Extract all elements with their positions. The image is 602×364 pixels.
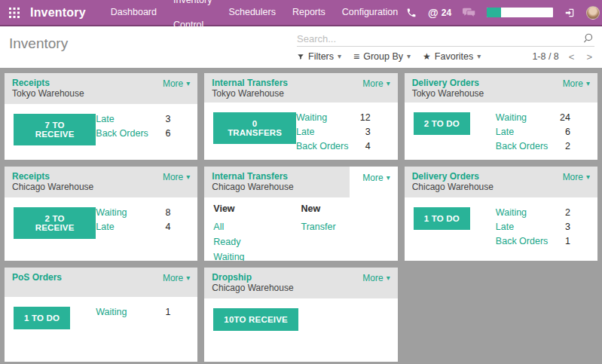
- card-subtitle: Tokyo Warehouse: [412, 88, 549, 99]
- star-icon: ★: [423, 51, 431, 62]
- card-title-link[interactable]: Receipts: [12, 171, 149, 182]
- card-stats: Waiting 2 Late 3 Back Orders 1: [496, 206, 588, 249]
- card-internal-transfers-chicago-expanded: Internal Transfers Chicago Warehouse Mor…: [204, 167, 397, 261]
- primary-action-button[interactable]: 2 TO DO: [414, 112, 470, 135]
- pager-next-icon[interactable]: >: [584, 51, 594, 63]
- menu-item-schedulers[interactable]: Schedulers: [220, 0, 284, 25]
- stat-row[interactable]: Back Orders 1: [496, 234, 570, 249]
- card-header: Dropship Chicago Warehouse More ▾: [204, 268, 397, 298]
- primary-action-button[interactable]: 0 TRANSFERS: [213, 112, 296, 144]
- user-menu[interactable]: Administrator ▾: [586, 6, 602, 20]
- more-dropdown-button[interactable]: More ▾: [163, 78, 190, 89]
- more-dropdown-button[interactable]: More ▾: [362, 173, 390, 183]
- messages-icon[interactable]: [463, 8, 475, 18]
- search-bar: [297, 32, 594, 47]
- stat-row[interactable]: Back Orders 2: [496, 139, 570, 154]
- primary-action-button[interactable]: 2 TO RECEIVE: [14, 207, 96, 239]
- card-header: Internal Transfers Chicago Warehouse Mor…: [204, 167, 397, 197]
- primary-action-button[interactable]: 10TO RECEIVE: [213, 308, 298, 331]
- card-header: PoS Orders More ▾: [5, 268, 197, 297]
- apps-grid-icon[interactable]: [9, 8, 20, 18]
- card-stats: Late 3 Back Orders 6: [96, 112, 188, 141]
- at-icon: @: [428, 7, 439, 19]
- card-title-link[interactable]: Delivery Orders: [412, 171, 549, 182]
- stat-row[interactable]: Late 3: [496, 220, 570, 234]
- empty-grid-cell: [405, 268, 597, 362]
- search-input[interactable]: [297, 33, 582, 44]
- stat-row[interactable]: Waiting 24: [496, 111, 570, 125]
- caret-down-icon: ▾: [586, 80, 590, 87]
- group-by-icon: ≡: [353, 50, 359, 63]
- menu-item-configuration[interactable]: Configuration: [334, 0, 406, 25]
- card-subtitle: Tokyo Warehouse: [12, 88, 149, 99]
- view-link-ready[interactable]: Ready: [213, 234, 301, 249]
- stat-row[interactable]: Late 3: [296, 125, 371, 139]
- menu-item-reports[interactable]: Reports: [284, 0, 334, 25]
- dropdown-section-new: New: [301, 203, 388, 214]
- card-title-link[interactable]: Receipts: [12, 78, 149, 88]
- card-delivery-orders-tokyo: Delivery Orders Tokyo Warehouse More ▾ 2…: [405, 73, 597, 160]
- card-stats: Waiting 12 Late 3 Back Orders 4: [296, 111, 389, 154]
- more-dropdown-panel: View All Ready Waiting New Transfer Sett…: [204, 197, 397, 261]
- primary-action-button[interactable]: 1 TO DO: [14, 307, 70, 329]
- caret-down-icon: ▾: [186, 274, 190, 282]
- primary-action-button[interactable]: 1 TO DO: [414, 207, 470, 230]
- card-title-link[interactable]: PoS Orders: [12, 272, 149, 283]
- card-pos-orders: PoS Orders More ▾ 1 TO DO Waiting 1: [5, 268, 197, 362]
- stat-row[interactable]: Late 3: [96, 112, 170, 127]
- card-subtitle: Chicago Warehouse: [212, 182, 341, 193]
- stat-row[interactable]: Late 4: [96, 220, 170, 234]
- stat-row[interactable]: Late 6: [496, 125, 570, 139]
- card-subtitle: Chicago Warehouse: [12, 182, 149, 193]
- stat-row[interactable]: Waiting 1: [96, 305, 170, 320]
- more-dropdown-button[interactable]: More ▾: [163, 273, 190, 283]
- control-panel: Inventory Filters ▾ ≡ Group By: [0, 26, 602, 68]
- card-receipts-chicago: Receipts Chicago Warehouse More ▾ 2 TO R…: [5, 167, 197, 261]
- card-header: Receipts Tokyo Warehouse More ▾: [5, 73, 197, 104]
- card-title-link[interactable]: Delivery Orders: [412, 78, 549, 88]
- caret-down-icon: ▾: [387, 80, 390, 87]
- caret-down-icon: ▾: [338, 53, 341, 60]
- buffer-progress-bar[interactable]: [487, 8, 553, 17]
- caret-down-icon: ▾: [387, 174, 390, 182]
- card-stats: Waiting 24 Late 6 Back Orders 2: [496, 111, 588, 154]
- card-dropship-chicago: Dropship Chicago Warehouse More ▾ 10TO R…: [204, 268, 397, 362]
- menu-item-inventory-control[interactable]: Inventory Control: [165, 0, 220, 38]
- stat-row[interactable]: Waiting 8: [96, 206, 170, 220]
- view-link-all[interactable]: All: [213, 219, 301, 234]
- stat-row[interactable]: Waiting 2: [496, 206, 570, 220]
- primary-action-button[interactable]: 7 TO RECEIVE: [14, 114, 96, 145]
- main-menu: Dashboard Inventory Control Schedulers R…: [102, 0, 406, 25]
- stat-row[interactable]: Back Orders 4: [296, 139, 371, 154]
- view-link-waiting[interactable]: Waiting: [213, 249, 301, 261]
- stat-row[interactable]: Back Orders 6: [96, 127, 170, 141]
- user-avatar: [586, 6, 600, 20]
- new-link-transfer[interactable]: Transfer: [301, 219, 388, 234]
- more-dropdown-button[interactable]: More ▾: [563, 78, 590, 89]
- menu-item-dashboard[interactable]: Dashboard: [102, 0, 165, 25]
- pager-previous-icon[interactable]: <: [567, 51, 577, 63]
- buffer-progress-fill: [487, 8, 501, 17]
- card-subtitle: Chicago Warehouse: [412, 182, 549, 193]
- more-dropdown-button[interactable]: More ▾: [563, 172, 590, 182]
- activities-badge[interactable]: @ 24: [428, 7, 451, 19]
- more-dropdown-button[interactable]: More ▾: [362, 273, 390, 283]
- filter-funnel-icon: [297, 53, 304, 61]
- filters-button[interactable]: Filters ▾: [297, 51, 341, 62]
- more-dropdown-button[interactable]: More ▾: [163, 172, 190, 182]
- card-receipts-tokyo: Receipts Tokyo Warehouse More ▾ 7 TO REC…: [5, 73, 197, 160]
- more-dropdown-button[interactable]: More ▾: [362, 78, 390, 89]
- group-by-button[interactable]: ≡ Group By ▾: [353, 50, 411, 63]
- card-title-link[interactable]: Internal Transfers: [212, 171, 341, 182]
- sign-in-icon[interactable]: [564, 8, 575, 18]
- card-header: Delivery Orders Tokyo Warehouse More ▾: [405, 73, 597, 102]
- phone-icon[interactable]: [406, 8, 417, 18]
- search-icon[interactable]: [582, 32, 594, 44]
- stat-row[interactable]: Waiting 12: [296, 111, 371, 125]
- pager-value[interactable]: 1-8 / 8: [532, 51, 558, 62]
- card-header: Internal Transfers Tokyo Warehouse More …: [204, 73, 397, 102]
- card-title-link[interactable]: Dropship: [212, 272, 349, 283]
- card-title-link[interactable]: Internal Transfers: [212, 78, 349, 88]
- favorites-button[interactable]: ★ Favorites ▾: [423, 51, 481, 62]
- caret-down-icon: ▾: [186, 173, 190, 181]
